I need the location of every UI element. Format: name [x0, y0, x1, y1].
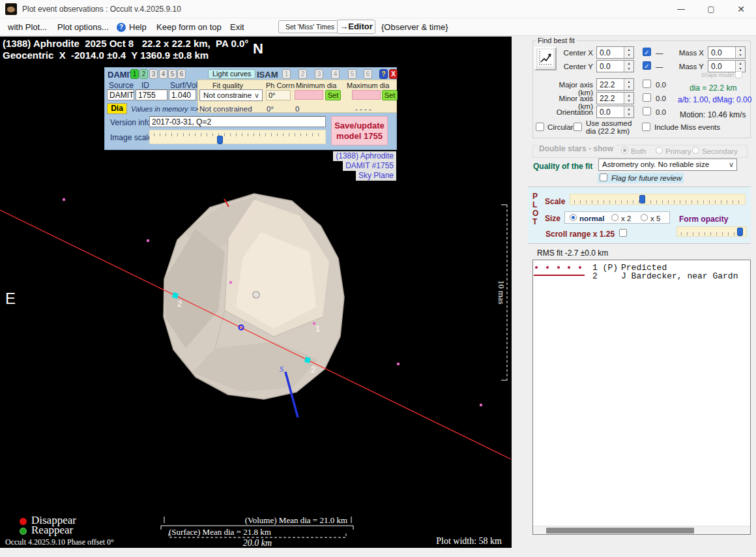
damit-tab-1[interactable]: 1	[130, 69, 139, 79]
dia-button[interactable]: Dia	[107, 103, 127, 114]
menu-keep-on-top[interactable]: Keep form on top	[156, 22, 222, 32]
form-opacity-slider[interactable]	[676, 226, 747, 237]
app-icon	[5, 3, 17, 15]
flag-review-checkbox[interactable]	[600, 173, 607, 181]
isam-tab-1[interactable]: 1	[282, 69, 291, 79]
menu-exit[interactable]: Exit	[230, 22, 244, 32]
shape-model-checkbox[interactable]	[735, 71, 742, 78]
info-asteroid: (1388) Aphrodite	[333, 151, 396, 161]
flag-review-label: Flag for future review	[611, 174, 682, 182]
maximize-icon[interactable]: ▢	[696, 0, 726, 18]
run-fit-chart-button[interactable]	[534, 47, 557, 70]
id-value[interactable]: 1755	[136, 89, 167, 100]
major-axis-spinner[interactable]: 22.2▲▼	[596, 78, 634, 91]
col-minimum-dia: Minimum dia	[296, 82, 336, 89]
double-both-radio[interactable]	[621, 147, 628, 154]
size-x2-label: x 2	[621, 215, 631, 222]
min-dia-set-button[interactable]: Set	[325, 90, 341, 100]
volume-dia-label: (Volume) Mean dia = 21.0 km	[245, 515, 347, 525]
scroll-range-label: Scroll range x 1.25	[545, 230, 615, 239]
help-icon[interactable]: ?	[117, 23, 126, 32]
damit-tab-2[interactable]: 2	[139, 69, 148, 79]
ab-dmag-label: a/b: 1.00, dMag: 0.00	[678, 95, 751, 104]
include-miss-checkbox[interactable]	[642, 123, 650, 131]
damit-tab-3[interactable]: 3	[149, 69, 158, 79]
chevron-down-icon: ∨	[729, 160, 734, 169]
isam-tab-5[interactable]: 5	[348, 69, 356, 79]
minor-axis-spinner[interactable]: 22.2▲▼	[596, 92, 634, 104]
isam-tab-3[interactable]: 3	[315, 69, 323, 79]
compass-north: N	[253, 40, 263, 57]
damit-tab-6[interactable]: 6	[177, 69, 186, 79]
list-hscrollbar-thumb[interactable]	[546, 528, 694, 534]
double-both-label: Both	[631, 147, 647, 155]
editor-button[interactable]: →Editor	[337, 20, 375, 34]
circular-checkbox[interactable]	[536, 123, 544, 131]
double-secondary-radio[interactable]	[692, 147, 699, 154]
damit-tab-5[interactable]: 5	[168, 69, 177, 79]
col-id: ID	[141, 81, 149, 90]
quality-fit-dropdown[interactable]: Astrometry only. No reliable size ∨	[598, 158, 737, 171]
major-axis-checkbox[interactable]	[643, 80, 651, 88]
sky-plane-plot[interactable]: 1 2 2 S 10 mas (Volume) Mean dia = 21.0 …	[0, 37, 512, 548]
damit-tab-4[interactable]: 4	[159, 69, 167, 79]
form-opacity-slider-thumb[interactable]	[737, 228, 743, 236]
compass-east: E	[5, 290, 16, 308]
version-info-field[interactable]: 2017-03-31, Q=2	[149, 116, 326, 127]
orientation-checkbox[interactable]	[643, 107, 651, 115]
observations-list[interactable]: 1 (P) Predicted 2 J Bardecker, near Gard…	[532, 260, 751, 535]
circular-label: Circular	[547, 123, 574, 131]
orientation-spinner[interactable]: 0.0▲▼	[596, 106, 634, 118]
menu-help[interactable]: Help	[129, 22, 147, 32]
center-y-checkbox[interactable]: ✓	[643, 61, 651, 70]
double-primary-radio[interactable]	[656, 147, 663, 154]
max-dia-set-button[interactable]: Set	[382, 90, 398, 100]
set-miss-times-button[interactable]: Set 'Miss' Times	[278, 20, 342, 33]
size-x5-radio[interactable]	[641, 214, 648, 221]
double-stars-title: Double stars - show	[537, 144, 615, 153]
mass-x-spinner[interactable]: 0.0▲▼	[708, 46, 746, 59]
chart-icon	[538, 50, 553, 67]
form-opacity-label: Form opacity	[679, 215, 728, 224]
maximum-dia-field[interactable]	[352, 90, 381, 100]
use-assumed-checkbox[interactable]	[574, 123, 582, 131]
info-sky-plane: Sky Plane	[356, 171, 396, 181]
minimum-dia-field[interactable]	[295, 90, 323, 100]
source-value: DAMIT	[107, 89, 134, 100]
save-update-model-button[interactable]: Save/update model 1755	[331, 116, 388, 145]
isam-tab-2[interactable]: 2	[298, 69, 307, 79]
ph-corrn-field[interactable]: 0°	[266, 90, 291, 100]
close-icon[interactable]: ✕	[726, 0, 756, 18]
isam-tab-4[interactable]: 4	[331, 69, 340, 79]
light-curves-button[interactable]: Light curves	[208, 69, 255, 79]
center-x-spinner[interactable]: 0.0▲▼	[596, 46, 634, 59]
menu-with-plot[interactable]: with Plot...	[8, 22, 47, 32]
rms-fit-label: RMS fit -2.7 ±0.0 km	[537, 248, 608, 258]
scroll-range-checkbox[interactable]	[619, 229, 627, 237]
image-scale-slider[interactable]	[149, 130, 326, 144]
plot-letter-o: O	[532, 209, 538, 218]
menu-plot-options[interactable]: Plot options...	[57, 22, 109, 32]
plot-scale-slider-thumb[interactable]	[639, 195, 645, 203]
minor-axis-checkbox[interactable]	[643, 93, 651, 102]
col-ph-corrn: Ph Corrn	[266, 82, 295, 89]
center-x-checkbox[interactable]: ✓	[643, 48, 651, 56]
list-hscrollbar[interactable]	[533, 526, 750, 534]
phase-offset-label: Phase offset 0°	[67, 537, 114, 547]
plot-scale-slider[interactable]	[570, 194, 746, 205]
size-x2-radio[interactable]	[611, 214, 618, 221]
damit-close-button[interactable]: X	[389, 69, 398, 79]
fit-quality-dropdown[interactable]: Not constraine ∨	[199, 89, 263, 101]
minimize-icon[interactable]: —	[666, 0, 696, 18]
center-y-dash: —	[656, 63, 663, 70]
col-maximum-dia: Maximum dia	[347, 82, 389, 89]
chord-1-label: 1	[315, 324, 320, 333]
event-title: (1388) Aphrodite 2025 Oct 8 22.2 x 22.2 …	[3, 38, 248, 49]
size-normal-radio[interactable]	[570, 214, 577, 221]
damit-help-button[interactable]: ?	[379, 69, 388, 79]
find-best-fit-title: Find best fit	[536, 37, 577, 44]
center-y-spinner[interactable]: 0.0▲▼	[596, 60, 634, 72]
image-scale-slider-thumb[interactable]	[217, 136, 223, 144]
col-source: Source	[109, 81, 134, 90]
isam-tab-6[interactable]: 6	[364, 69, 372, 79]
